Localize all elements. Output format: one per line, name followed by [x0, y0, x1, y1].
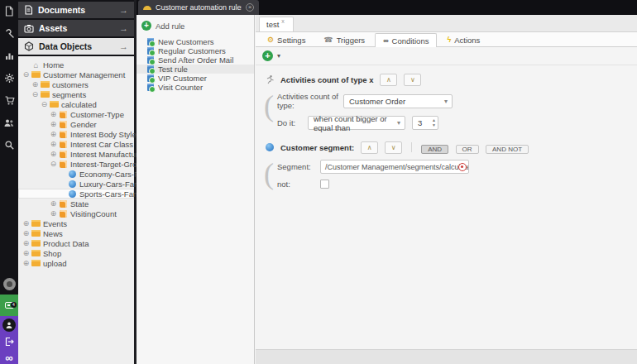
remove-target-icon[interactable]	[458, 163, 467, 171]
tree-node[interactable]: VisitingCount	[18, 208, 134, 218]
tree-node-label: calculated	[60, 100, 97, 109]
add-rule-button[interactable]: Add rule	[136, 15, 254, 37]
count-operator-select[interactable]: when count bigger or equal than	[308, 116, 405, 130]
tree-node[interactable]: Home	[18, 60, 134, 69]
tree-node[interactable]: Interest Manufacturer	[18, 149, 134, 159]
tree-node[interactable]: Sports-Cars-Fan	[18, 189, 134, 199]
move-down-button[interactable]	[404, 74, 421, 86]
pimcore-infinity-icon[interactable]: ∞	[5, 353, 12, 363]
purple-dock: ∞	[0, 316, 18, 364]
tree-node[interactable]: Interest-Target-Groups	[18, 159, 134, 169]
tree-toggle-icon[interactable]	[49, 159, 58, 169]
activity-icon	[264, 74, 275, 84]
tree-toggle-icon[interactable]	[22, 69, 31, 79]
tree-node[interactable]: Luxury-Cars-Fan	[18, 179, 134, 189]
editor-tab-bar: test x	[256, 15, 637, 32]
tree-toggle-icon[interactable]	[22, 238, 31, 248]
subtab[interactable]: ☎ Triggers	[315, 32, 373, 46]
tree-node[interactable]: Shop	[18, 248, 134, 258]
move-up-button[interactable]	[380, 74, 397, 86]
tree-node[interactable]: customers	[18, 79, 134, 89]
tree-node[interactable]: News	[18, 228, 134, 238]
condition-customer-segment: Customer segment: AND OR AND NOT	[264, 140, 629, 189]
tree-node[interactable]: Gender	[18, 119, 134, 129]
tree-toggle-icon[interactable]	[22, 258, 31, 268]
move-down-button[interactable]	[385, 141, 402, 154]
logout-icon[interactable]	[4, 335, 14, 350]
reports-chart-icon[interactable]	[0, 45, 18, 67]
documents-icon[interactable]	[0, 0, 18, 22]
tree-node[interactable]: Interest Body Style	[18, 129, 134, 139]
segment-path-input[interactable]: /Customer Management/segments/calculated…	[320, 160, 469, 174]
tree-toggle-icon[interactable]	[49, 208, 58, 218]
tree-node[interactable]: Interest Car Class	[18, 139, 134, 149]
segment-sphere-icon	[264, 143, 275, 151]
rule-icon	[146, 65, 155, 74]
operator-button[interactable]: AND NOT	[486, 145, 529, 154]
tree-node-icon	[31, 260, 41, 266]
tree-toggle-icon[interactable]	[49, 149, 58, 159]
chevron-down-icon[interactable]	[275, 50, 282, 61]
operator-button[interactable]: AND	[421, 145, 448, 154]
user-profile-icon[interactable]	[2, 318, 16, 332]
tree-node[interactable]: segments	[18, 89, 134, 99]
tree-node-icon	[58, 131, 69, 138]
tree-toggle-icon[interactable]	[22, 228, 31, 238]
tree-toggle-icon[interactable]	[40, 99, 49, 109]
activities-type-select[interactable]: Customer Order	[343, 94, 453, 108]
rule-list-item[interactable]: Regular Customers	[136, 46, 254, 55]
tree-node[interactable]: State	[18, 199, 134, 208]
brand-logo-icon[interactable]	[3, 278, 16, 290]
subtab-label: Actions	[454, 36, 480, 45]
tab-customer-automation-rules[interactable]: Customer automation rules ×	[138, 0, 259, 15]
tab-test[interactable]: test x	[259, 17, 294, 31]
conditions-content: Activities count of type x Activities co…	[256, 65, 637, 189]
operator-button[interactable]: OR	[456, 145, 479, 154]
rule-list-item[interactable]: Test rule	[136, 65, 254, 74]
cart-icon[interactable]	[0, 89, 18, 112]
tree-node[interactable]: Customer Management	[18, 69, 134, 79]
subtab[interactable]: ⚙ Settings	[259, 32, 314, 46]
tree-node[interactable]: upload	[18, 258, 134, 268]
expand-arrow-icon[interactable]: →	[119, 41, 128, 51]
tree-node[interactable]: Events	[18, 218, 134, 228]
accordion-data-objects[interactable]: Data Objects →	[18, 38, 134, 55]
tree-toggle-icon[interactable]	[49, 139, 58, 149]
tree-toggle-icon[interactable]	[31, 89, 40, 99]
notifications-tile[interactable]: 4	[0, 295, 18, 316]
tree-toggle-icon[interactable]	[49, 199, 58, 208]
tree-toggle-icon[interactable]	[49, 129, 58, 139]
tree-toggle-icon[interactable]	[22, 218, 31, 228]
add-condition-button[interactable]	[262, 50, 273, 61]
accordion-documents[interactable]: Documents →	[18, 2, 134, 18]
close-icon[interactable]: x	[281, 18, 285, 31]
search-icon[interactable]	[0, 134, 18, 156]
tree-node[interactable]: Customer-Type	[18, 109, 134, 119]
tree-node-icon	[58, 121, 69, 128]
rule-list-item[interactable]: New Customers	[136, 37, 254, 46]
users-icon[interactable]	[0, 112, 18, 134]
subtab[interactable]: ∞ Conditions	[375, 33, 437, 47]
settings-gear-icon[interactable]	[0, 67, 18, 89]
tools-wrench-icon[interactable]	[0, 22, 18, 45]
tree-node[interactable]: calculated	[18, 99, 134, 109]
not-checkbox[interactable]	[320, 180, 329, 189]
tree-toggle-icon[interactable]	[49, 119, 58, 129]
rule-list-item[interactable]: VIP Customer	[136, 74, 254, 83]
spinner-arrows-icon[interactable]: ▲▼	[432, 117, 436, 127]
accordion-assets[interactable]: Assets →	[18, 20, 134, 36]
close-icon[interactable]: ×	[246, 3, 254, 12]
subtab[interactable]: ϟ Actions	[438, 32, 488, 46]
tree-node[interactable]: Economy-Cars-Fan	[18, 169, 134, 179]
count-spinner[interactable]: 3 ▲▼	[412, 116, 438, 130]
expand-arrow-icon[interactable]: →	[119, 23, 128, 33]
rule-list-item[interactable]: Send After Order Mail	[136, 55, 254, 65]
rule-list-item[interactable]: Visit Counter	[136, 83, 254, 92]
move-up-button[interactable]	[361, 141, 378, 154]
subtab-icon: ϟ	[447, 36, 451, 44]
tree-node[interactable]: Product Data	[18, 238, 134, 248]
tree-toggle-icon[interactable]	[49, 109, 58, 119]
tree-toggle-icon[interactable]	[22, 248, 31, 258]
tree-toggle-icon[interactable]	[31, 79, 40, 89]
expand-arrow-icon[interactable]: →	[119, 5, 128, 15]
